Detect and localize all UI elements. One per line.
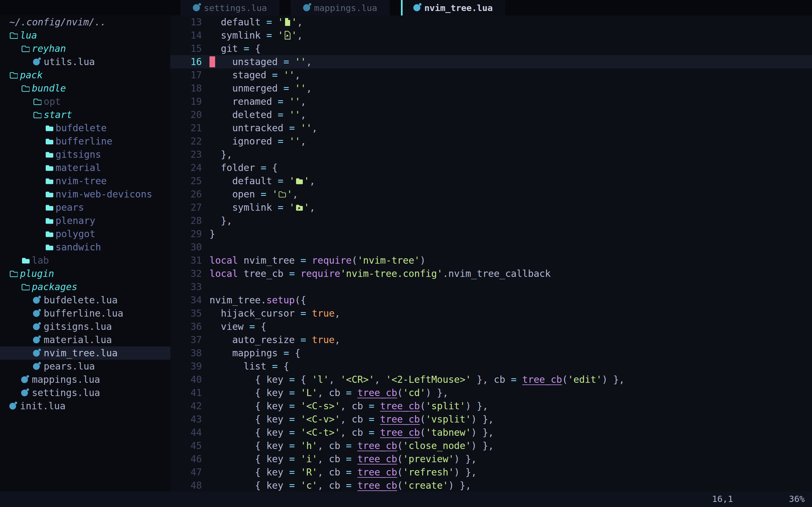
file-symlink-icon xyxy=(284,30,291,43)
code-editor[interactable]: 13 default = '',14 symlink = '',15 git =… xyxy=(170,15,812,492)
tree-item-bufdelete-lua[interactable]: bufdelete.lua xyxy=(0,293,170,307)
tree-item-reyhan[interactable]: reyhan xyxy=(0,42,170,55)
code-line-30[interactable]: 30 xyxy=(170,240,812,254)
code-token: ) }, xyxy=(471,414,494,425)
code-token: , xyxy=(374,374,386,385)
code-token: git xyxy=(209,43,244,54)
code-line-33[interactable]: 33 xyxy=(170,280,812,293)
code-token: ' xyxy=(291,30,297,41)
tree-item-settings-lua[interactable]: settings.lua xyxy=(0,386,170,399)
code-line-44[interactable]: 44 { key = '<C-t>', cb = tree_cb('tabnew… xyxy=(170,426,812,439)
tree-item-polygot[interactable]: polygot xyxy=(0,227,170,240)
code-line-16[interactable]: 16 unstaged = '', xyxy=(170,55,812,68)
code-token: ) }, xyxy=(471,440,494,451)
tab-mappings-lua[interactable]: mappings.lua xyxy=(291,0,390,15)
tree-item-plenary[interactable]: plenary xyxy=(0,214,170,227)
code-line-42[interactable]: 42 { key = '<C-s>', cb = tree_cb('split'… xyxy=(170,399,812,413)
code-line-39[interactable]: 39 list = { xyxy=(170,360,812,373)
tree-item-bufferline-lua[interactable]: bufferline.lua xyxy=(0,307,170,320)
line-number: 33 xyxy=(170,280,209,293)
code-line-46[interactable]: 46 { key = 'i', cb = tree_cb('preview') … xyxy=(170,452,812,466)
code-line-34[interactable]: 34nvim_tree.setup({ xyxy=(170,293,812,307)
code-line-41[interactable]: 41 { key = 'L', cb = tree_cb('cd') }, xyxy=(170,386,812,399)
code-line-20[interactable]: 20 deleted = '', xyxy=(170,108,812,121)
tree-item-utils-lua[interactable]: utils.lua xyxy=(0,55,170,68)
code-line-38[interactable]: 38 mappings = { xyxy=(170,346,812,360)
code-line-43[interactable]: 43 { key = '<C-v>', cb = tree_cb('vsplit… xyxy=(170,413,812,426)
code-line-15[interactable]: 15 git = { xyxy=(170,42,812,55)
tree-item-sandwich[interactable]: sandwich xyxy=(0,240,170,254)
tree-item-gitsigns-lua[interactable]: gitsigns.lua xyxy=(0,320,170,333)
code-line-17[interactable]: 17 staged = '', xyxy=(170,68,812,82)
tree-item-init-lua[interactable]: init.lua xyxy=(0,399,170,413)
tree-item-lua[interactable]: lua xyxy=(0,29,170,42)
tree-item-bundle[interactable]: bundle xyxy=(0,82,170,95)
tree-item-config-nvim[interactable]: ~/.config/nvim/.. xyxy=(0,15,170,29)
code-token: tree_cb xyxy=(380,427,420,438)
code-line-25[interactable]: 25 default = '', xyxy=(170,174,812,187)
tree-item-start[interactable]: start xyxy=(0,108,170,121)
tree-item-mappings-lua[interactable]: mappings.lua xyxy=(0,373,170,386)
code-line-40[interactable]: 40 { key = { 'l', '<CR>', '<2-LeftMouse>… xyxy=(170,373,812,386)
code-token: { xyxy=(295,374,312,385)
line-number: 25 xyxy=(170,174,209,187)
code-line-19[interactable]: 19 renamed = '', xyxy=(170,95,812,108)
code-line-36[interactable]: 36 view = { xyxy=(170,320,812,333)
code-token: = xyxy=(289,122,295,133)
code-token: = xyxy=(289,440,295,451)
code-token: '' xyxy=(301,122,312,133)
code-token: 'c' xyxy=(301,480,318,491)
code-line-45[interactable]: 45 { key = 'h', cb = tree_cb('close_node… xyxy=(170,439,812,452)
tree-item-packages[interactable]: packages xyxy=(0,280,170,293)
code-line-21[interactable]: 21 untracked = '', xyxy=(170,121,812,135)
code-line-26[interactable]: 26 open = '', xyxy=(170,187,812,201)
code-line-23[interactable]: 23 }, xyxy=(170,148,812,161)
code-token: , xyxy=(306,83,312,94)
tree-item-pack[interactable]: pack xyxy=(0,68,170,82)
code-line-13[interactable]: 13 default = '', xyxy=(170,15,812,29)
code-token: = xyxy=(249,321,255,332)
tree-item-opt[interactable]: opt xyxy=(0,95,170,108)
tree-item-bufdelete[interactable]: bufdelete xyxy=(0,121,170,135)
code-token: = xyxy=(289,387,295,398)
code-token: nvim_tree xyxy=(238,255,301,266)
scroll-percent: 36% xyxy=(789,494,805,504)
code-line-22[interactable]: 22 ignored = '', xyxy=(170,135,812,148)
code-line-35[interactable]: 35 hijack_cursor = true, xyxy=(170,307,812,320)
tree-item-gitsigns[interactable]: gitsigns xyxy=(0,148,170,161)
code-token: , xyxy=(335,308,340,319)
code-line-28[interactable]: 28 }, xyxy=(170,214,812,227)
tab-settings-lua[interactable]: settings.lua xyxy=(181,0,280,15)
code-token: , cb xyxy=(317,453,346,464)
tree-item-nvim-tree-lua[interactable]: nvim_tree.lua xyxy=(0,346,170,360)
code-line-32[interactable]: 32local tree_cb = require'nvim-tree.conf… xyxy=(170,267,812,280)
code-line-27[interactable]: 27 symlink = '', xyxy=(170,201,812,214)
tree-item-pears[interactable]: pears xyxy=(0,201,170,214)
tree-item-plugin[interactable]: plugin xyxy=(0,267,170,280)
lua-file-icon xyxy=(33,337,44,343)
tree-item-material-lua[interactable]: material.lua xyxy=(0,333,170,346)
tree-item-nvim-tree[interactable]: nvim-tree xyxy=(0,174,170,187)
tree-item-nvim-web-devicons[interactable]: nvim-web-devicons xyxy=(0,187,170,201)
cursor-block xyxy=(209,56,215,67)
code-token: = xyxy=(346,387,352,398)
tree-item-material[interactable]: material xyxy=(0,161,170,174)
tab-nvim-tree-lua[interactable]: nvim_tree.lua xyxy=(401,0,505,15)
code-line-48[interactable]: 48 { key = 'c', cb = tree_cb('create') }… xyxy=(170,479,812,492)
code-line-37[interactable]: 37 auto_resize = true, xyxy=(170,333,812,346)
code-line-31[interactable]: 31local nvim_tree = require('nvim-tree') xyxy=(170,254,812,267)
tab-label: nvim_tree.lua xyxy=(424,3,493,13)
code-line-29[interactable]: 29} xyxy=(170,227,812,240)
code-line-14[interactable]: 14 symlink = '', xyxy=(170,29,812,42)
code-line-24[interactable]: 24 folder = { xyxy=(170,161,812,174)
tree-item-lab[interactable]: lab xyxy=(0,254,170,267)
code-token: ) }, xyxy=(454,453,477,464)
tree-item-pears-lua[interactable]: pears.lua xyxy=(0,360,170,373)
folder-closed-icon xyxy=(45,151,56,159)
tree-item-bufferline[interactable]: bufferline xyxy=(0,135,170,148)
lua-file-icon xyxy=(33,323,44,330)
code-line-47[interactable]: 47 { key = 'R', cb = tree_cb('refresh') … xyxy=(170,466,812,479)
code-token: = xyxy=(511,374,516,385)
code-line-18[interactable]: 18 unmerged = '', xyxy=(170,82,812,95)
line-number: 27 xyxy=(170,201,209,214)
